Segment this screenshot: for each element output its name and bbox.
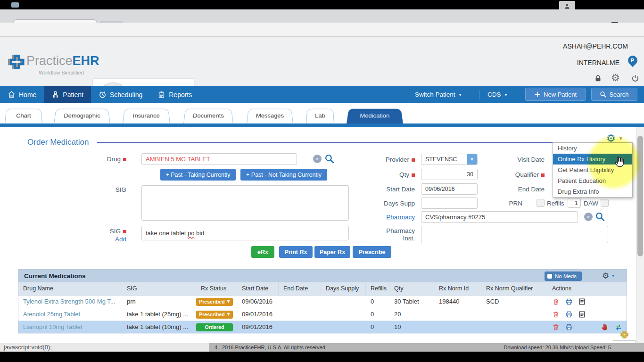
scrollbar-thumb[interactable] <box>637 136 643 256</box>
watermark-cross-icon <box>619 330 629 340</box>
print-icon[interactable] <box>565 298 573 305</box>
medications-gear-caret-icon[interactable]: ▾ <box>612 273 614 278</box>
status-badge[interactable]: Prescribed▼ <box>196 298 233 306</box>
main-nav: Home Patient Scheduling Reports Switch P… <box>0 86 644 103</box>
prn-checkbox[interactable] <box>537 199 545 207</box>
switch-patient-menu[interactable]: Switch Patient▾ <box>415 86 462 103</box>
medications-title: Current Medications <box>18 272 86 280</box>
days-supp-input[interactable] <box>421 197 478 209</box>
nav-reports[interactable]: Reports <box>150 86 199 103</box>
tab-messages[interactable]: Messages <box>247 109 293 124</box>
refills-input[interactable] <box>568 198 581 208</box>
tab-lab[interactable]: Lab <box>306 109 334 124</box>
paper-rx-button[interactable]: Paper Rx <box>314 246 350 258</box>
past-taking-button[interactable]: + Past - Taking Currently <box>160 169 236 181</box>
delete-icon[interactable] <box>552 323 560 331</box>
status-badge[interactable]: Prescribed▼ <box>196 311 233 319</box>
print-rx-button[interactable]: Print Rx <box>279 246 313 258</box>
stop-hand-icon[interactable] <box>600 323 609 331</box>
tab-demographic[interactable]: Demographic <box>54 109 110 124</box>
nav-scheduling[interactable]: Scheduling <box>91 86 150 103</box>
drug-search-icon[interactable] <box>324 154 334 164</box>
practice-name: INTERNALME <box>577 59 619 66</box>
required-marker <box>123 158 126 161</box>
pharmacy-search-icon[interactable] <box>595 212 605 222</box>
location-pin-icon[interactable]: P <box>626 54 639 67</box>
erx-button[interactable]: eRx <box>251 246 274 258</box>
settings-gear-icon[interactable]: ⚙ <box>611 72 620 83</box>
menu-item-history[interactable]: History <box>553 143 632 154</box>
medications-gear-icon[interactable]: ⚙ <box>602 271 609 280</box>
tab-documents[interactable]: Documents <box>183 109 233 124</box>
current-medications-panel: Current Medications No Meds ⚙ ▾ Drug Nam… <box>18 269 627 334</box>
medication-row[interactable]: Atenolol 25mg Tablet take 1 tablet (25mg… <box>18 308 627 321</box>
home-icon <box>8 90 16 99</box>
new-patient-button[interactable]: +New Patient <box>525 88 586 101</box>
status-badge[interactable]: Ordered <box>196 323 233 331</box>
select-caret-icon[interactable]: ▾ <box>467 154 477 165</box>
no-meds-button[interactable]: No Meds <box>545 272 582 281</box>
copyright-text: 4 - 2016 PracticeEHR, U.S.A. All rights … <box>215 343 325 352</box>
drug-name-link[interactable]: Atenolol 25mg Tablet <box>18 308 122 321</box>
pharmacy-clear-icon[interactable]: × <box>584 213 593 221</box>
search-button[interactable]: Search <box>591 88 637 101</box>
chevron-down-icon: ▾ <box>505 92 507 97</box>
nav-divider <box>479 90 479 99</box>
patient-icon <box>51 90 59 99</box>
medications-titlebar: Current Medications No Meds ⚙ ▾ <box>18 270 627 282</box>
nav-patient[interactable]: Patient <box>44 86 91 103</box>
screen: PraticeEHR™ × × https://demo.practiceehr… <box>0 0 644 362</box>
print-icon[interactable] <box>565 311 573 318</box>
pharmacy-inst-label: PharmacyInst. <box>372 227 415 242</box>
tab-chart[interactable]: Chart <box>5 109 42 124</box>
page-title: Order Medication <box>27 138 89 147</box>
nav-home[interactable]: Home <box>0 86 44 103</box>
tab-medication[interactable]: Medication <box>347 109 403 124</box>
menu-item-drug-extra-info[interactable]: Drug Extra Info <box>553 186 632 197</box>
lock-icon[interactable] <box>594 74 602 82</box>
rx-gear-icon[interactable]: ⚙ <box>606 132 616 144</box>
medication-row[interactable]: Tylenol Extra Strength 500 Mg T... prn P… <box>18 296 627 308</box>
cds-menu[interactable]: CDS▾ <box>487 86 507 103</box>
pharmacy-link[interactable]: Pharmacy <box>372 214 415 221</box>
qualifier-label: Qualifier <box>500 171 545 178</box>
print-icon[interactable] <box>565 323 573 331</box>
window-icon <box>11 2 19 8</box>
rx-gear-caret-icon[interactable]: ▾ <box>619 135 622 141</box>
erx-doc-icon[interactable] <box>578 311 586 318</box>
delete-icon[interactable] <box>552 298 560 305</box>
sig-add-label: SIG <box>85 228 126 235</box>
pharmacy-input[interactable] <box>421 211 578 223</box>
past-not-taking-button[interactable]: + Past - Not Taking Currently <box>240 169 327 181</box>
drug-name-link[interactable]: Lisinopril 10mg Tablet <box>18 321 122 333</box>
power-icon[interactable] <box>631 74 639 82</box>
start-date-input[interactable] <box>421 183 478 195</box>
reports-icon <box>157 90 165 99</box>
menu-item-patient-education[interactable]: Patient Education <box>553 175 632 186</box>
required-marker <box>412 158 415 162</box>
sig-input[interactable]: take one tablet po bid <box>141 226 349 240</box>
drug-input[interactable] <box>141 153 297 165</box>
required-marker <box>541 173 545 177</box>
chevron-down-icon: ▾ <box>459 92 462 97</box>
delete-icon[interactable] <box>552 311 560 318</box>
window-titlebar <box>0 0 644 9</box>
caret-down-icon: ▼ <box>227 296 230 308</box>
drug-clear-icon[interactable]: × <box>313 155 322 163</box>
qty-input[interactable] <box>421 169 478 180</box>
erx-doc-icon[interactable] <box>578 298 586 305</box>
rx-gear-menu: History Online Rx History Get Patient El… <box>553 142 633 197</box>
caret-down-icon: ▼ <box>227 308 230 321</box>
medication-row-selected[interactable]: Lisinopril 10mg Tablet take 1 tablet (10… <box>18 321 627 334</box>
patient-tabs: Chart Demographic Insurance Documents Me… <box>0 103 644 123</box>
sig-add-link[interactable]: Add <box>85 236 126 243</box>
daw-checkbox[interactable] <box>601 199 609 207</box>
provider-label: Provider <box>372 156 415 163</box>
prescribe-button[interactable]: Prescribe <box>353 246 391 258</box>
practiceehr-logo-icon <box>4 52 25 74</box>
drug-name-link[interactable]: Tylenol Extra Strength 500 Mg T... <box>18 296 122 308</box>
pharmacy-inst-textarea[interactable] <box>421 226 608 243</box>
provider-select[interactable]: STEVENSC ▾ <box>421 154 478 165</box>
tab-insurance[interactable]: Insurance <box>123 109 170 124</box>
sig-textarea[interactable] <box>141 185 349 221</box>
